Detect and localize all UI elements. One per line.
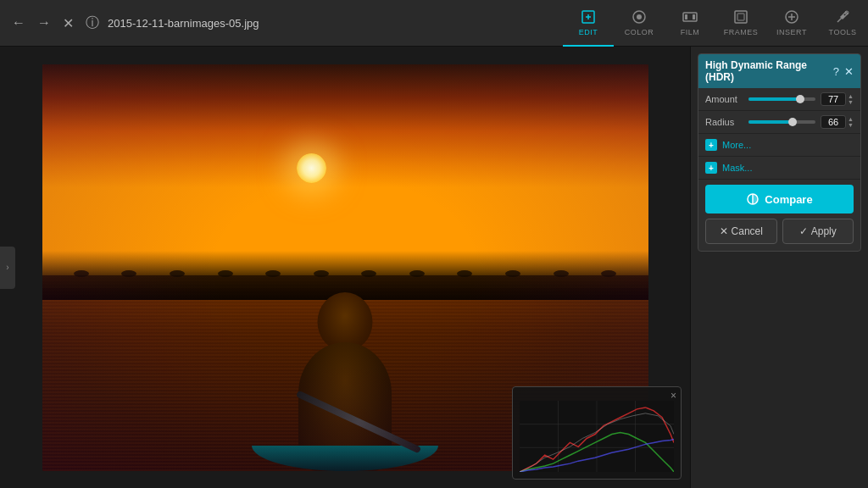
- svg-rect-9: [737, 14, 744, 20]
- file-name: 2015-12-11-barnimages-05.jpg: [108, 17, 259, 30]
- forward-button[interactable]: →: [34, 14, 54, 32]
- insert-icon: [783, 8, 800, 25]
- tab-frames-label: FRAMES: [724, 28, 759, 36]
- radius-slider[interactable]: [748, 120, 815, 124]
- tab-film[interactable]: FILM: [665, 0, 715, 47]
- amount-value: 77 ▲ ▼: [821, 92, 854, 106]
- radius-arrows: ▲ ▼: [848, 116, 854, 128]
- film-icon: [682, 8, 698, 25]
- back-button[interactable]: ←: [8, 14, 29, 32]
- tab-insert[interactable]: INSERT: [766, 0, 817, 47]
- tab-tools-label: TOOLS: [829, 28, 857, 36]
- tab-color[interactable]: COLOR: [614, 0, 665, 47]
- radius-row: Radius 66 ▲ ▼: [698, 111, 860, 134]
- tool-tabs: EDIT COLOR FILM FRAMES: [563, 0, 868, 47]
- more-expand-icon: +: [705, 139, 717, 151]
- amount-down-button[interactable]: ▼: [848, 99, 854, 105]
- color-icon: [631, 8, 648, 25]
- tools-icon: [834, 8, 851, 25]
- radius-value: 66 ▲ ▼: [821, 115, 854, 129]
- amount-arrows: ▲ ▼: [848, 93, 854, 105]
- edit-icon: [580, 8, 597, 25]
- hdr-close-button[interactable]: ✕: [844, 65, 854, 78]
- radius-down-button[interactable]: ▼: [848, 122, 854, 128]
- tab-tools[interactable]: TOOLS: [817, 0, 868, 47]
- mask-label: Mask...: [722, 163, 752, 173]
- radius-number: 66: [821, 115, 846, 129]
- svg-rect-8: [735, 11, 747, 23]
- panel-collapse-button[interactable]: ›: [0, 247, 15, 289]
- amount-up-button[interactable]: ▲: [848, 93, 854, 99]
- amount-slider-thumb: [796, 95, 804, 103]
- top-bar: ← → ✕ ⓘ 2015-12-11-barnimages-05.jpg EDI…: [0, 0, 868, 47]
- apply-button[interactable]: ✓ Apply: [782, 219, 854, 244]
- nav-controls: ← → ✕ ⓘ 2015-12-11-barnimages-05.jpg: [0, 13, 268, 34]
- radius-up-button[interactable]: ▲: [848, 116, 854, 122]
- histogram-canvas: [520, 401, 674, 472]
- close-button[interactable]: ✕: [59, 14, 77, 33]
- mask-row[interactable]: + Mask...: [698, 157, 860, 180]
- radius-slider-thumb: [788, 118, 797, 126]
- apply-check-icon: ✓: [799, 225, 808, 237]
- tab-edit[interactable]: EDIT: [563, 0, 614, 47]
- more-label: More...: [722, 140, 751, 150]
- svg-rect-7: [693, 14, 695, 19]
- tab-frames[interactable]: FRAMES: [715, 0, 766, 47]
- cancel-label: Cancel: [732, 225, 763, 237]
- amount-slider-fill: [748, 97, 800, 101]
- histogram-close-button[interactable]: ×: [670, 390, 676, 402]
- hdr-panel-header: High Dynamic Range (HDR) ? ✕: [698, 54, 860, 88]
- apply-label: Apply: [811, 225, 837, 237]
- info-button[interactable]: ⓘ: [82, 13, 103, 34]
- more-row[interactable]: + More...: [698, 134, 860, 157]
- cancel-button[interactable]: ✕ Cancel: [705, 219, 777, 244]
- cancel-x-icon: ✕: [720, 225, 728, 237]
- compare-label: Compare: [765, 193, 812, 206]
- amount-number: 77: [821, 92, 846, 106]
- svg-point-4: [637, 14, 642, 19]
- amount-label: Amount: [705, 94, 743, 104]
- tab-film-label: FILM: [681, 28, 700, 36]
- amount-row: Amount 77 ▲ ▼: [698, 88, 860, 111]
- radius-label: Radius: [705, 117, 743, 127]
- amount-slider[interactable]: [748, 97, 815, 101]
- mask-expand-icon: +: [705, 162, 717, 174]
- radius-slider-fill: [748, 120, 793, 124]
- hdr-title: High Dynamic Range (HDR): [705, 59, 828, 83]
- tab-edit-label: EDIT: [579, 28, 598, 36]
- action-row: ✕ Cancel ✓ Apply: [698, 219, 860, 251]
- right-panel-scroll[interactable]: [691, 258, 868, 488]
- tab-insert-label: INSERT: [776, 28, 807, 36]
- svg-rect-6: [685, 14, 687, 19]
- histogram-panel: ×: [512, 386, 682, 480]
- hdr-help-button[interactable]: ?: [833, 65, 839, 78]
- right-panel: High Dynamic Range (HDR) ? ✕ Amount 77 ▲…: [690, 47, 868, 488]
- compare-button[interactable]: Compare: [705, 185, 854, 214]
- frames-icon: [732, 8, 749, 25]
- compare-icon: [746, 192, 760, 206]
- tab-color-label: COLOR: [625, 28, 654, 36]
- hdr-panel: High Dynamic Range (HDR) ? ✕ Amount 77 ▲…: [698, 53, 861, 252]
